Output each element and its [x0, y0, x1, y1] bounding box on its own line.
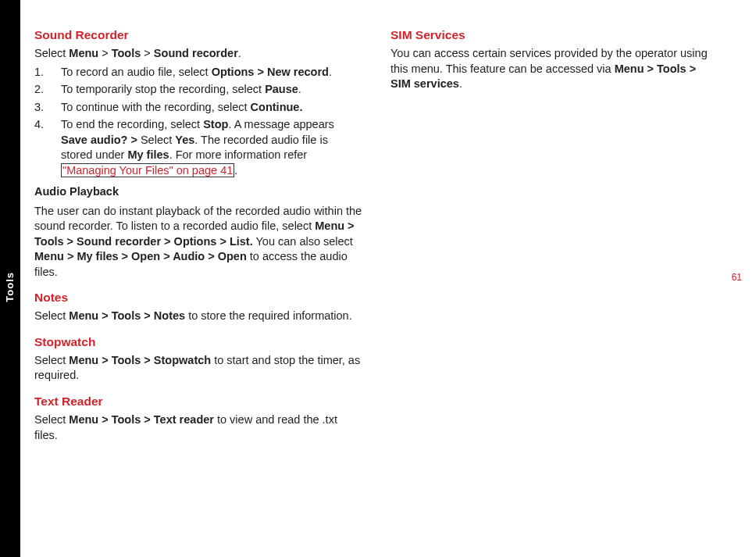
stopwatch-text: Select Menu > Tools > Stopwatch to start…: [34, 353, 362, 384]
sim-services-text: You can access certain services provided…: [390, 46, 719, 92]
list-item: To end the recording, select Stop. A mes…: [34, 117, 362, 178]
text: Select: [34, 309, 69, 322]
sound-recorder-title: Sound Recorder: [34, 28, 362, 42]
notes-text: Select Menu > Tools > Notes to store the…: [34, 309, 362, 324]
sound-recorder-steps: To record an audio file, select Options …: [34, 65, 362, 179]
bold: Menu > Tools > Notes: [69, 309, 185, 322]
bold: Options > New record: [212, 66, 329, 78]
text: To end the recording, select: [61, 118, 203, 130]
list-item: To continue with the recording, select C…: [34, 100, 362, 116]
side-tab: Tools: [0, 0, 20, 557]
bold: Menu > Tools > Stopwatch: [69, 354, 211, 366]
sound-recorder-section: Sound Recorder Select Menu > Tools > Sou…: [34, 28, 362, 280]
text: to store the required information.: [185, 309, 352, 322]
bold: Menu > My files > Open > Audio > Open: [34, 250, 247, 262]
stopwatch-title: Stopwatch: [34, 335, 362, 349]
cross-reference-link[interactable]: "Managing Your Files" on page 41: [61, 163, 234, 177]
right-column: SIM Services You can access certain serv…: [390, 28, 719, 541]
text: To continue with the recording, select: [61, 101, 251, 113]
sim-services-title: SIM Services: [390, 28, 719, 42]
bold: Sound recorder: [154, 47, 238, 59]
text: >: [98, 47, 112, 59]
left-column: Sound Recorder Select Menu > Tools > Sou…: [34, 28, 362, 541]
bold: Continue.: [251, 101, 303, 113]
text-reader-title: Text Reader: [34, 395, 362, 409]
side-tab-label: Tools: [4, 272, 16, 302]
bold: Tools: [112, 47, 141, 59]
text: Select: [34, 47, 69, 59]
audio-playback-text: The user can do instant playback of the …: [34, 204, 362, 280]
text: .: [459, 77, 462, 90]
bold: Menu > Tools > Text reader: [69, 413, 214, 426]
audio-playback-heading: Audio Playback: [34, 185, 362, 198]
text: .: [329, 66, 332, 78]
notes-section: Notes Select Menu > Tools > Notes to sto…: [34, 291, 362, 324]
notes-title: Notes: [34, 291, 362, 305]
bold: Menu: [69, 47, 98, 59]
text: The user can do instant playback of the …: [34, 205, 362, 233]
text: To record an audio file, select: [61, 66, 212, 78]
sim-services-section: SIM Services You can access certain serv…: [390, 28, 719, 92]
bold: Pause: [265, 83, 298, 95]
bold: My files: [127, 148, 169, 161]
text: >: [141, 47, 154, 59]
list-item: To record an audio file, select Options …: [34, 65, 362, 80]
text: .: [298, 83, 301, 95]
text: Select: [137, 134, 175, 146]
bold: Yes: [175, 134, 194, 146]
text-reader-section: Text Reader Select Menu > Tools > Text r…: [34, 395, 362, 443]
bold: Stop: [203, 118, 228, 130]
list-item: To temporarily stop the recording, selec…: [34, 82, 362, 98]
text: To temporarily stop the recording, selec…: [61, 83, 265, 95]
text: Select: [34, 354, 69, 366]
text: . A message appears: [228, 118, 333, 130]
text: .: [234, 164, 237, 177]
page-number: 61: [732, 272, 742, 283]
text-reader-text: Select Menu > Tools > Text reader to vie…: [34, 412, 362, 443]
text: .: [238, 47, 241, 59]
stopwatch-section: Stopwatch Select Menu > Tools > Stopwatc…: [34, 335, 362, 384]
sound-recorder-intro: Select Menu > Tools > Sound recorder.: [34, 46, 362, 62]
text: Select: [34, 413, 69, 426]
text: . For more information refer: [169, 148, 307, 161]
content-area: Sound Recorder Select Menu > Tools > Sou…: [20, 0, 756, 557]
bold: Save audio? >: [61, 134, 137, 146]
text: You can also select: [253, 235, 353, 248]
